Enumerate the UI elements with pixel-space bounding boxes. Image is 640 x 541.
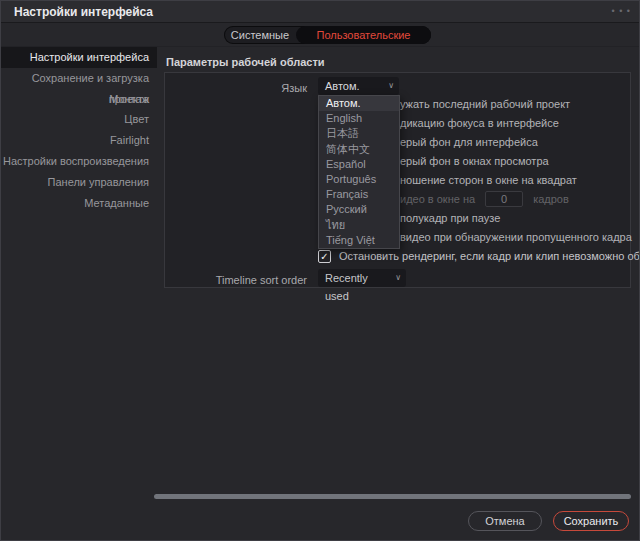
- frame-delay-suffix: кадров: [533, 193, 569, 205]
- sidebar-item-playback-settings[interactable]: Настройки воспроизведения: [1, 151, 157, 172]
- sidebar-item-editing[interactable]: Монтаж: [1, 89, 157, 110]
- language-dropdown-list: Автом. English 日本語 简体中文 Español Portuguê…: [318, 95, 400, 249]
- sidebar-item-metadata[interactable]: Метаданные: [1, 193, 157, 214]
- sidebar-item-interface-settings[interactable]: Настройки интерфейса: [1, 47, 157, 68]
- settings-window: Настройки интерфейса • • • Системные Пол…: [0, 0, 640, 541]
- window-title: Настройки интерфейса: [14, 1, 153, 23]
- timeline-sort-label: Timeline sort order: [216, 274, 307, 286]
- tab-user[interactable]: Пользовательские: [296, 26, 431, 44]
- option-fragment-gray-ui-background: ерый фон для интерфейса: [400, 136, 538, 149]
- language-option-portuguese[interactable]: Português: [319, 172, 399, 187]
- frame-delay-prefix: идео в окне на: [400, 193, 475, 205]
- horizontal-scrollbar[interactable]: [154, 494, 631, 499]
- language-select[interactable]: Автом. ∨: [318, 77, 399, 95]
- language-option-russian[interactable]: Русский: [319, 202, 399, 217]
- language-value: Автом.: [325, 80, 360, 92]
- language-option-chinese[interactable]: 简体中文: [319, 142, 399, 157]
- option-fragment-half-frame-pause: полукадр при паузе: [400, 212, 500, 225]
- cancel-button[interactable]: Отмена: [468, 511, 542, 531]
- timeline-sort-select[interactable]: Recently used ∨: [318, 269, 406, 287]
- option-fragment-focus-indicator: дикацию фокуса в интерфейсе: [400, 117, 559, 130]
- language-option-vietnamese[interactable]: Tiếng Việt: [319, 233, 399, 248]
- stop-render-checkbox[interactable]: ✓: [318, 250, 331, 263]
- sidebar-item-project-save-load[interactable]: Сохранение и загрузка проекта: [1, 68, 157, 89]
- language-label: Язык: [281, 82, 307, 94]
- sidebar-item-fairlight[interactable]: Fairlight: [1, 130, 157, 151]
- language-option-thai[interactable]: ไทย: [319, 218, 399, 233]
- option-fragment-reload-project: ужать последний рабочий проект: [400, 98, 570, 111]
- sidebar-item-control-panels[interactable]: Панели управления: [1, 172, 157, 193]
- frame-delay-row: идео в окне на кадров: [400, 191, 569, 207]
- chevron-down-icon: ∨: [395, 269, 401, 287]
- option-fragment-dropped-frame-stop: видео при обнаружении пропущенного кадра: [400, 231, 632, 244]
- sidebar-item-color[interactable]: Цвет: [1, 109, 157, 130]
- settings-sidebar: Настройки интерфейса Сохранение и загруз…: [1, 47, 157, 497]
- language-option-japanese[interactable]: 日本語: [319, 126, 399, 141]
- tab-system[interactable]: Системные: [224, 26, 296, 44]
- tab-group: Системные Пользовательские: [224, 26, 431, 44]
- language-option-auto[interactable]: Автом.: [319, 96, 399, 111]
- stop-render-label: Остановить рендеринг, если кадр или клип…: [339, 250, 640, 263]
- language-option-spanish[interactable]: Español: [319, 157, 399, 172]
- tab-strip: Системные Пользовательские: [1, 23, 639, 47]
- language-option-english[interactable]: English: [319, 111, 399, 126]
- language-option-french[interactable]: Français: [319, 187, 399, 202]
- section-title: Параметры рабочей области: [166, 56, 325, 68]
- option-fragment-aspect-ratio-square: ношение сторон в окне на квадрат: [400, 174, 577, 187]
- option-fragment-gray-viewer-background: ерый фон в окнах просмотра: [400, 155, 549, 168]
- stop-render-row: ✓ Остановить рендеринг, если кадр или кл…: [318, 250, 640, 263]
- chevron-down-icon: ∨: [388, 77, 394, 95]
- window-menu-icon[interactable]: • • •: [612, 1, 631, 21]
- save-button[interactable]: Сохранить: [553, 511, 629, 531]
- frame-delay-input[interactable]: [485, 191, 523, 207]
- title-bar: Настройки интерфейса • • •: [1, 1, 639, 23]
